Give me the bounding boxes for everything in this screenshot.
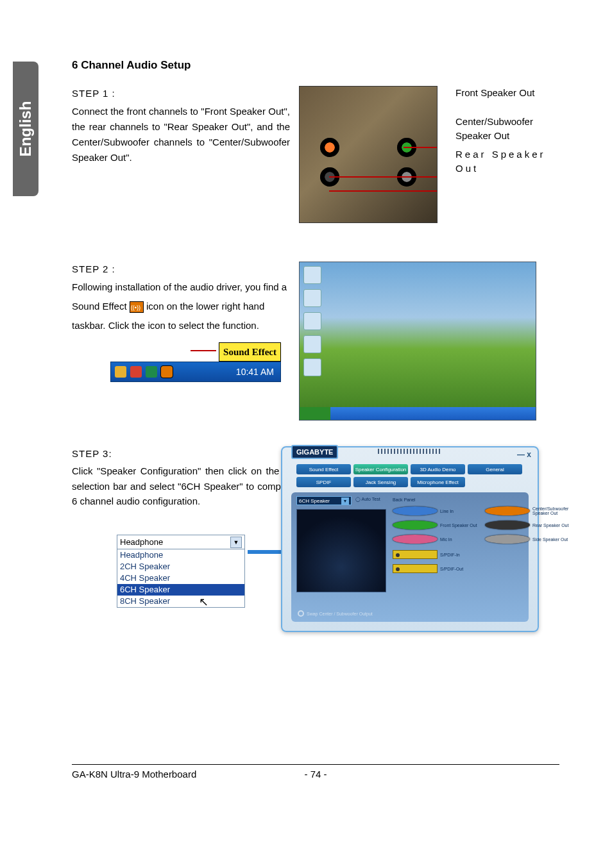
speaker-dropdown[interactable]: Headphone ▼ Headphone 2CH Speaker 4CH Sp… [117,535,245,608]
dropdown-option[interactable]: Headphone [117,549,244,561]
step-2-line-a: Following installation of the audio driv… [72,280,290,295]
step-3-text: STEP 3: Click "Speaker Configuration" th… [72,446,296,508]
desktop-icon[interactable] [303,335,321,353]
step-1-text: STEP 1 : Connect the front channels to "… [72,86,290,165]
desktop-screenshot [299,262,536,421]
step-2-line-b: Sound Effect icon on the lower right han… [72,299,290,314]
system-tray[interactable]: 10:41 AM [110,362,281,382]
tab-general[interactable]: General [468,464,522,474]
leader-rear [329,190,438,192]
panel-close-button[interactable]: — x [517,450,531,459]
port-row: S/PDIF-In [393,550,523,559]
dropdown-option-highlighted[interactable]: 6CH Speaker [117,584,244,596]
port-row: Front Speaker Out Rear Speaker Out [393,521,523,530]
chevron-down-icon[interactable]: ▼ [341,497,349,505]
port-side-spk: Side Speaker Out [532,537,577,542]
dropdown-selected[interactable]: Headphone ▼ [117,535,244,549]
leader-center [329,176,438,178]
page-title: 6 Channel Audio Setup [72,59,559,72]
port-side-spk-icon[interactable] [485,535,530,544]
step-2-b-pre: Sound Effect [72,301,130,312]
step-2-b-post: icon on the lower right hand [146,301,264,312]
dropdown-option[interactable]: 8CH Speaker [117,596,244,607]
port-mic-in: Mic In [440,537,485,542]
footer-model: GA-K8N Ultra-9 Motherboard [72,769,196,780]
port-center-sub: Center/Subwoofer Speaker Out [532,506,577,515]
desktop-icon[interactable] [303,266,321,284]
page-footer: GA-K8N Ultra-9 Motherboard - 74 - [72,764,559,780]
language-tab: English [13,62,38,196]
jack-labels: Front Speaker Out Center/Subwoofer Speak… [446,86,559,180]
port-row: Mic In Side Speaker Out [393,535,523,544]
step-3: STEP 3: Click "Speaker Configuration" th… [72,446,559,508]
taskbar-figure: Sound Effect 10:41 AM [110,342,281,382]
dropdown-selected-text: Headphone [120,535,163,549]
port-front-spk: Front Speaker Out [440,523,485,528]
desktop-icon[interactable] [303,358,321,376]
tray-clock: 10:41 AM [236,365,276,379]
port-spdif-in: S/PDIF-In [440,553,523,557]
tab-jack-sensing[interactable]: Jack Sensing [353,477,408,487]
tray-icon-3[interactable] [146,366,157,378]
tab-speaker-config[interactable]: Speaker Configuration [353,464,408,474]
port-rear-spk-icon[interactable] [485,521,530,530]
port-spdif-out-icon[interactable] [393,564,438,573]
channel-select-value: 6CH Speaker [299,498,330,504]
page-content: 6 Channel Audio Setup STEP 1 : Connect t… [72,59,559,508]
port-line-in-icon[interactable] [393,506,438,515]
panel-grip[interactable] [378,449,442,454]
step-1-body: Connect the front channels to "Front Spe… [72,106,290,163]
back-panel-label: Back Panel [393,497,415,502]
tray-sound-effect-icon[interactable] [161,366,173,378]
step-1-figure [299,86,438,223]
language-label: English [17,101,35,157]
jack-center-sub [320,138,339,157]
footer-page: - 74 - [304,769,327,780]
desktop-icons [303,266,327,381]
audio-config-panel[interactable]: GIGABYTE — x Sound Effect Speaker Config… [281,446,539,632]
tab-3d-audio[interactable]: 3D Audio Demo [411,464,465,474]
swap-center-sub[interactable]: Swap Center / Subwoofer Output [298,610,373,617]
step-1-label: STEP 1 : [72,86,290,101]
step-3-label: STEP 3: [72,446,296,461]
tray-icon-1[interactable] [115,366,126,378]
chevron-down-icon[interactable]: ▼ [230,537,242,548]
sound-effect-callout: Sound Effect [219,342,281,362]
tray-icon-2[interactable] [130,366,142,378]
sound-effect-icon [130,301,144,313]
tab-microphone[interactable]: Microphone Effect [411,477,465,487]
cursor-icon: ↖ [199,595,208,609]
desktop-icon[interactable] [303,289,321,307]
swap-label: Swap Center / Subwoofer Output [307,612,373,616]
panel-tabs: Sound Effect Speaker Configuration 3D Au… [296,464,523,487]
step-2-text: STEP 2 : Following installation of the a… [72,262,290,382]
port-center-sub-icon[interactable] [485,506,530,515]
label-front-speaker: Front Speaker Out [455,86,559,101]
step-2-line-c: taskbar. Click the icon to select the fu… [72,318,290,333]
panel-body: 6CH Speaker ▼ ◯ Auto Test Back Panel Lin… [291,492,529,622]
port-spdif-in-icon[interactable] [393,550,438,559]
port-row: S/PDIF-Out [393,564,523,573]
port-front-spk-icon[interactable] [393,521,438,530]
step-2-label: STEP 2 : [72,262,290,277]
port-rear-spk: Rear Speaker Out [532,523,577,528]
step-3-body: Click "Speaker Configuration" then click… [72,465,296,506]
radio-icon[interactable] [298,610,304,617]
desktop-taskbar[interactable] [300,407,536,420]
channel-select[interactable]: 6CH Speaker ▼ [296,496,352,505]
start-button[interactable] [300,407,330,420]
tab-sound-effect[interactable]: Sound Effect [296,464,351,474]
dropdown-option[interactable]: 4CH Speaker [117,572,244,584]
speaker-preview-image [296,509,386,592]
dropdown-option[interactable]: 2CH Speaker [117,561,244,572]
label-center-sub: Center/Subwoofer Speaker Out [455,115,559,144]
port-spdif-out: S/PDIF-Out [440,567,523,571]
leader-front [404,147,438,148]
port-mic-in-icon[interactable] [393,535,438,544]
port-row: Line In Center/Subwoofer Speaker Out [393,506,523,515]
step-2: STEP 2 : Following installation of the a… [72,262,559,421]
auto-test-button[interactable]: ◯ Auto Test [355,497,380,502]
desktop-icon[interactable] [303,312,321,330]
port-list: Line In Center/Subwoofer Speaker Out Fro… [393,506,523,578]
tab-spdif[interactable]: SPDIF [296,477,351,487]
